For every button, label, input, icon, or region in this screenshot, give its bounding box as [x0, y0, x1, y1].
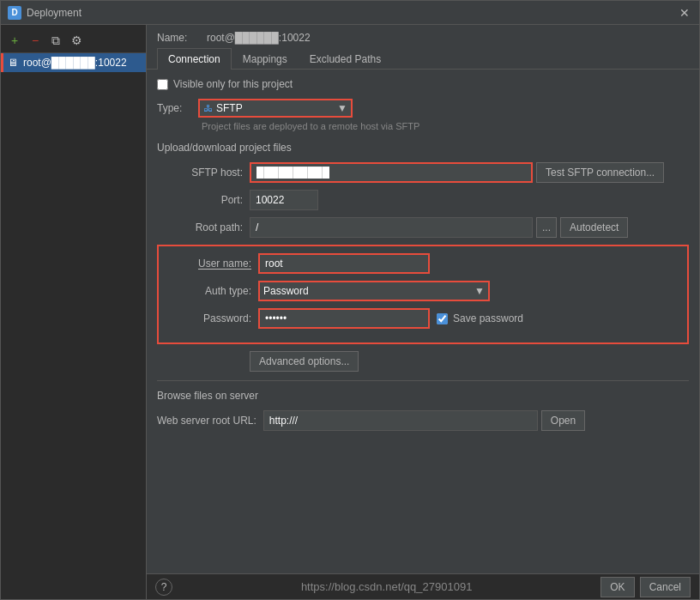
root-path-input-row: ... Autodetect [250, 217, 628, 238]
auth-type-label: Auth type: [166, 285, 251, 297]
name-label: Name: [157, 32, 200, 44]
test-sftp-button[interactable]: Test SFTP connection... [536, 162, 664, 183]
browse-section-title: Browse files on server [157, 390, 689, 402]
port-label: Port: [157, 194, 243, 206]
browse-section: Browse files on server Web server root U… [157, 390, 689, 431]
sftp-host-input-row: Test SFTP connection... [250, 162, 664, 183]
deployment-server-icon: 🖥 [8, 57, 18, 69]
save-password-label: Save password [453, 312, 523, 324]
sidebar-item-deployment[interactable]: 🖥 root@██████:10022 [1, 53, 146, 72]
sftp-host-group: SFTP host: Test SFTP connection... [157, 162, 689, 183]
type-row: Type: 🖧 SFTP ▼ [157, 99, 689, 118]
type-dropdown-arrow-icon: ▼ [337, 102, 347, 114]
tab-mappings[interactable]: Mappings [232, 48, 299, 70]
name-row: Name: root@██████:10022 [147, 25, 699, 47]
web-server-root-input[interactable] [263, 410, 538, 431]
add-deployment-button[interactable]: + [6, 32, 23, 49]
sidebar-item-label: root@██████:10022 [23, 57, 127, 69]
separator [157, 380, 689, 381]
root-path-input[interactable] [250, 217, 533, 238]
sidebar: + − ⧉ ⚙ 🖥 root@██████:10022 [1, 25, 147, 599]
ok-cancel-row: OK Cancel [600, 577, 691, 597]
config-deployment-button[interactable]: ⚙ [68, 32, 85, 49]
advanced-options-section: Advanced options... [250, 351, 689, 372]
open-button[interactable]: Open [541, 410, 585, 431]
root-path-browse-button[interactable]: ... [536, 217, 557, 238]
title-bar-left: D Deployment [8, 6, 81, 20]
username-label: User name: [166, 258, 251, 270]
form-area: Visible only for this project Type: 🖧 SF… [147, 70, 699, 573]
content-area: + − ⧉ ⚙ 🖥 root@██████:10022 Name: root@█… [1, 25, 699, 599]
name-value: root@██████:10022 [207, 32, 311, 44]
visible-only-checkbox[interactable] [157, 79, 168, 90]
root-path-group: Root path: ... Autodetect [157, 217, 689, 238]
username-group: User name: [166, 253, 680, 274]
sftp-host-label: SFTP host: [157, 167, 243, 179]
auth-type-dropdown-arrow-icon: ▼ [474, 285, 485, 297]
auth-type-select[interactable]: Password ▼ [258, 281, 490, 301]
cancel-button[interactable]: Cancel [640, 577, 691, 597]
sftp-host-input[interactable] [250, 162, 533, 183]
auth-type-group: Auth type: Password ▼ [166, 281, 680, 301]
close-button[interactable]: ✕ [677, 5, 692, 21]
autodetect-button[interactable]: Autodetect [560, 217, 628, 238]
username-input[interactable] [258, 253, 430, 274]
web-server-root-input-row: Open [263, 410, 585, 431]
visible-only-row: Visible only for this project [157, 78, 689, 90]
main-panel: Name: root@██████:10022 Connection Mappi… [147, 25, 699, 599]
app-icon: D [8, 6, 21, 20]
type-label: Type: [157, 102, 191, 114]
tab-excluded-paths[interactable]: Excluded Paths [299, 48, 392, 70]
visible-only-label: Visible only for this project [173, 78, 293, 90]
window-title: Deployment [27, 7, 81, 19]
port-input[interactable] [250, 190, 318, 210]
auth-section: User name: Auth type: Password ▼ Passwor… [157, 245, 689, 344]
save-password-checkbox[interactable] [437, 313, 448, 324]
bottom-bar: ? https://blog.csdn.net/qq_27901091 OK C… [147, 573, 699, 599]
type-select[interactable]: 🖧 SFTP ▼ [198, 99, 353, 118]
auth-type-value: Password [263, 285, 474, 297]
type-description: Project files are deployed to a remote h… [202, 121, 689, 131]
watermark-text: https://blog.csdn.net/qq_27901091 [301, 580, 473, 593]
type-select-text: SFTP [216, 102, 334, 114]
upload-section-title: Upload/download project files [157, 142, 689, 154]
save-password-row: Save password [437, 312, 523, 324]
sftp-icon: 🖧 [203, 103, 213, 113]
tab-connection[interactable]: Connection [157, 48, 232, 70]
password-group: Password: Save password [166, 308, 680, 329]
sidebar-toolbar: + − ⧉ ⚙ [1, 28, 146, 53]
advanced-options-button[interactable]: Advanced options... [250, 351, 359, 372]
help-button[interactable]: ? [155, 579, 172, 596]
password-input[interactable] [258, 308, 430, 329]
deployment-window: D Deployment ✕ + − ⧉ ⚙ 🖥 root@██████:100… [0, 0, 700, 600]
root-path-label: Root path: [157, 221, 243, 233]
title-bar: D Deployment ✕ [1, 1, 699, 25]
password-label: Password: [166, 312, 251, 324]
copy-deployment-button[interactable]: ⧉ [47, 32, 64, 49]
remove-deployment-button[interactable]: − [27, 32, 44, 49]
web-server-root-label: Web server root URL: [157, 415, 256, 427]
tabs: Connection Mappings Excluded Paths [147, 47, 699, 70]
port-group: Port: [157, 190, 689, 210]
ok-button[interactable]: OK [600, 577, 634, 597]
web-server-root-group: Web server root URL: Open [157, 410, 689, 431]
